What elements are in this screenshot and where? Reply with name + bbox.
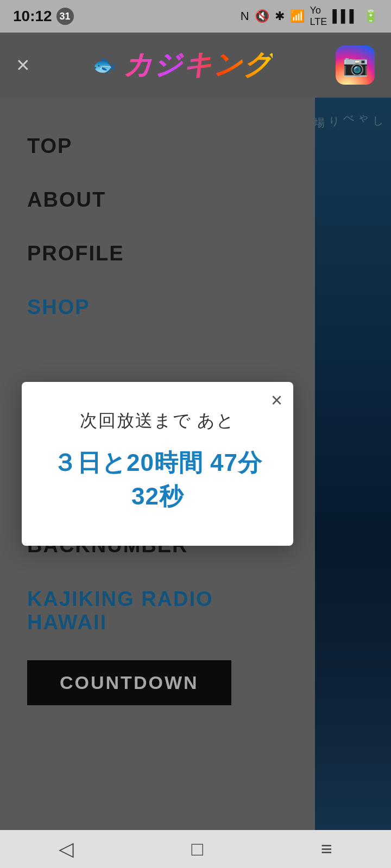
- cellular-icon: ▌▌▌: [332, 9, 358, 23]
- modal-dialog: × 次回放送まで あと ３日と20時間 47分32秒: [22, 382, 293, 545]
- modal-subtitle: 次回放送まで あと: [43, 409, 272, 433]
- battery-icon: 🔋: [363, 9, 378, 23]
- sound-icon: 🔇: [255, 9, 269, 23]
- signal-icon: N: [241, 9, 249, 23]
- modal-close-button[interactable]: ×: [271, 391, 282, 410]
- header: × 🐟 カジキング 📷: [0, 33, 391, 98]
- bottom-navigation: ◁ □ ≡: [0, 830, 391, 868]
- lte-icon: YoLTE: [310, 5, 327, 28]
- notification-badge: 31: [56, 8, 74, 25]
- status-time: 10:12 31: [13, 8, 74, 25]
- menu-button[interactable]: ≡: [305, 832, 349, 866]
- instagram-icon: 📷: [343, 53, 368, 77]
- status-bar: 10:12 31 N 🔇 ✱ 📶 YoLTE ▌▌▌ 🔋: [0, 0, 391, 33]
- modal-countdown: ３日と20時間 47分32秒: [43, 446, 272, 513]
- modal-overlay: × 次回放送まで あと ３日と20時間 47分32秒: [0, 98, 315, 830]
- main-content: TOP ABOUT PROFILE SHOP BACKNUMBER KAJIKI…: [0, 98, 391, 830]
- back-button[interactable]: ◁: [42, 832, 90, 866]
- wifi-icon: 📶: [290, 9, 305, 23]
- right-strip: しゃべり場のTOPICS!: [315, 98, 391, 830]
- home-button[interactable]: □: [175, 832, 220, 866]
- bluetooth-icon: ✱: [275, 9, 285, 23]
- instagram-button[interactable]: 📷: [336, 46, 375, 85]
- time-display: 10:12: [13, 8, 52, 25]
- close-button[interactable]: ×: [16, 52, 30, 78]
- status-icons: N 🔇 ✱ 📶 YoLTE ▌▌▌ 🔋: [241, 5, 378, 28]
- logo: カジキング: [123, 46, 273, 84]
